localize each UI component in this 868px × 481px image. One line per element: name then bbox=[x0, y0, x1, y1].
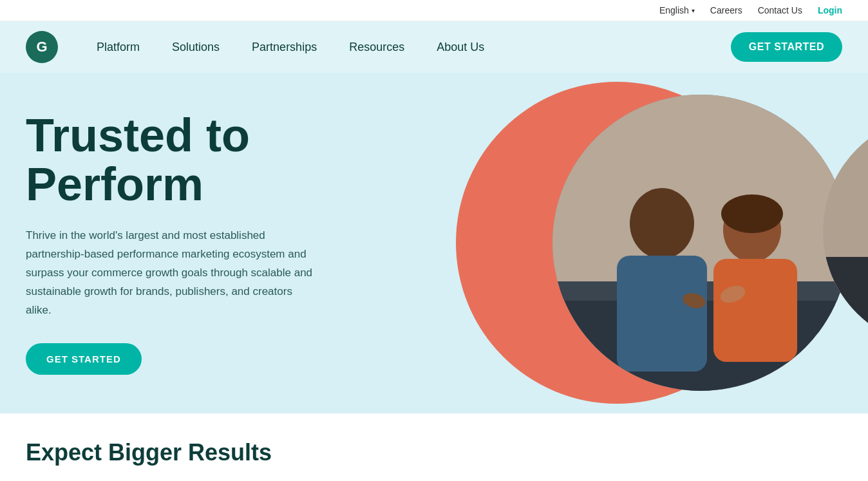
language-chevron-icon: ▾ bbox=[692, 7, 695, 14]
hero-title: Trusted to Perform bbox=[26, 111, 316, 209]
contact-us-link[interactable]: Contact Us bbox=[758, 5, 802, 15]
hero-get-started-button[interactable]: GET STARTED bbox=[26, 343, 142, 375]
hero-title-line1: Trusted to bbox=[26, 109, 250, 161]
nav-links: Platform Solutions Partnerships Resource… bbox=[97, 41, 731, 54]
main-nav: G Platform Solutions Partnerships Resour… bbox=[0, 21, 868, 73]
hero-photo-svg bbox=[552, 95, 849, 391]
nav-partnerships[interactable]: Partnerships bbox=[252, 41, 317, 54]
nav-resources[interactable]: Resources bbox=[349, 41, 404, 54]
hero-description: Thrive in the world's largest and most e… bbox=[26, 227, 316, 319]
nav-platform[interactable]: Platform bbox=[97, 41, 140, 54]
language-label: English bbox=[659, 5, 689, 15]
svg-point-7 bbox=[721, 194, 783, 233]
svg-rect-6 bbox=[713, 259, 797, 362]
logo[interactable]: G bbox=[26, 31, 58, 63]
nav-solutions[interactable]: Solutions bbox=[172, 41, 220, 54]
nav-about-us[interactable]: About Us bbox=[437, 41, 484, 54]
language-selector[interactable]: English ▾ bbox=[659, 5, 695, 15]
hero-section: Trusted to Perform Thrive in the world's… bbox=[0, 73, 868, 413]
svg-point-3 bbox=[630, 188, 694, 259]
nav-get-started-button[interactable]: GET STARTED bbox=[731, 32, 842, 62]
hero-photo-circle-1 bbox=[552, 95, 849, 391]
careers-link[interactable]: Careers bbox=[710, 5, 742, 15]
login-link[interactable]: Login bbox=[818, 5, 842, 15]
logo-letter: G bbox=[36, 39, 47, 55]
top-bar: English ▾ Careers Contact Us Login bbox=[0, 0, 868, 21]
hero-text: Trusted to Perform Thrive in the world's… bbox=[26, 111, 316, 375]
hero-title-line2: Perform bbox=[26, 158, 203, 210]
svg-rect-4 bbox=[617, 256, 707, 372]
hero-visuals bbox=[456, 73, 868, 413]
bottom-teaser-title: Expect Bigger Results bbox=[26, 439, 842, 466]
bottom-teaser: Expect Bigger Results bbox=[0, 413, 868, 473]
